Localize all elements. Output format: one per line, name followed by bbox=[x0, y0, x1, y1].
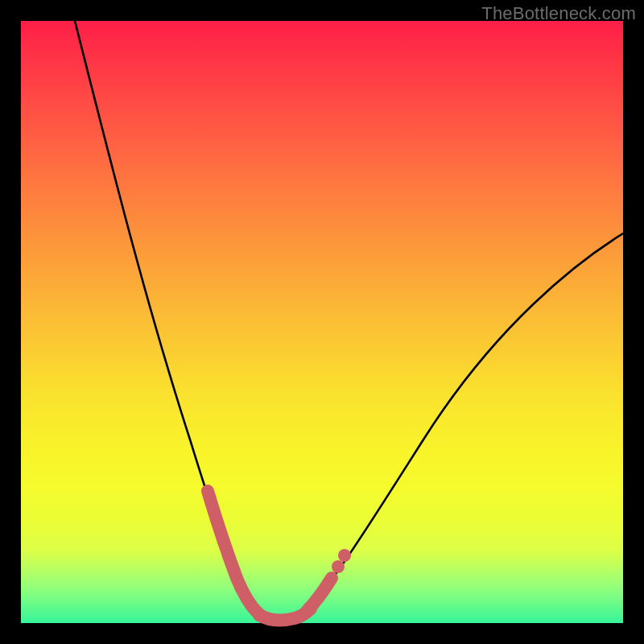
highlight-segment-right bbox=[308, 578, 332, 610]
curve-svg bbox=[21, 21, 623, 623]
watermark-text: TheBottleneck.com bbox=[481, 3, 636, 24]
highlight-dot bbox=[332, 560, 345, 573]
highlight-dot bbox=[338, 549, 351, 562]
highlight-segment-left bbox=[208, 491, 262, 617]
plot-area bbox=[21, 21, 623, 623]
bottleneck-curve bbox=[75, 21, 623, 620]
chart-frame: TheBottleneck.com bbox=[0, 0, 644, 644]
